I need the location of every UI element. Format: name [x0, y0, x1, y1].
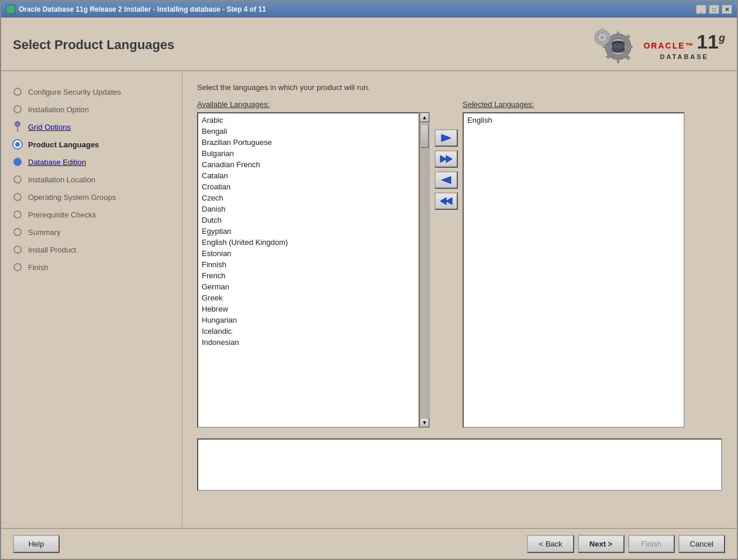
language-item[interactable]: Estonian — [199, 248, 417, 259]
svg-marker-24 — [442, 134, 451, 141]
add-all-icon — [439, 154, 453, 164]
language-item[interactable]: English (United Kingdom) — [199, 237, 417, 248]
oracle-logo: ORACLE™ 11g DATABASE — [592, 25, 725, 65]
language-item[interactable]: Arabic — [199, 115, 417, 126]
sidebar-item-os-groups[interactable]: Operating System Groups — [7, 188, 176, 206]
language-item[interactable]: Dutch — [199, 215, 417, 226]
instruction-text: Select the languages in which your produ… — [197, 83, 722, 92]
help-text-area — [197, 438, 722, 491]
close-button[interactable]: ✕ — [722, 5, 732, 14]
window-title: Oracle Database 11g Release 2 Installer … — [19, 5, 266, 13]
sidebar: Configure Security Updates Installation … — [1, 71, 182, 528]
available-languages-list[interactable]: ArabicBengaliBrazilian PortugueseBulgari… — [197, 112, 419, 428]
language-item[interactable]: Bengali — [199, 126, 417, 137]
available-list-wrapper: ArabicBengaliBrazilian PortugueseBulgari… — [197, 112, 430, 428]
svg-marker-26 — [446, 155, 452, 163]
language-item[interactable]: German — [199, 281, 417, 292]
language-item[interactable]: Czech — [199, 192, 417, 203]
language-item[interactable]: Finnish — [199, 259, 417, 270]
language-item[interactable]: Greek — [199, 292, 417, 303]
selected-languages-list[interactable]: English — [463, 112, 685, 428]
main-window: Oracle Database 11g Release 2 Installer … — [0, 0, 738, 560]
available-languages-section: Available Languages: ArabicBengaliBrazil… — [197, 100, 430, 428]
oracle-branding: ORACLE™ 11g DATABASE — [643, 30, 725, 60]
minimize-button[interactable]: _ — [696, 5, 706, 14]
sidebar-item-install-product[interactable]: Install Product — [7, 241, 176, 258]
scroll-down-arrow[interactable]: ▼ — [420, 418, 429, 427]
svg-rect-19 — [601, 43, 603, 47]
add-one-icon — [440, 133, 452, 143]
language-item[interactable]: Hungarian — [199, 314, 417, 326]
languages-container: Available Languages: ArabicBengaliBrazil… — [197, 100, 722, 428]
scroll-thumb[interactable] — [420, 125, 429, 148]
language-item[interactable]: Croatian — [199, 181, 417, 192]
content-area: Select the languages in which your produ… — [182, 71, 737, 528]
svg-point-14 — [612, 44, 625, 49]
remove-one-button[interactable] — [434, 171, 458, 189]
scroll-up-arrow[interactable]: ▲ — [420, 113, 429, 122]
maximize-button[interactable]: □ — [709, 5, 719, 14]
sidebar-item-finish[interactable]: Finish — [7, 258, 176, 276]
sidebar-item-prerequisite-checks[interactable]: Prerequisite Checks — [7, 206, 176, 223]
svg-rect-18 — [601, 28, 603, 32]
language-item[interactable]: French — [199, 270, 417, 281]
transfer-buttons — [434, 100, 458, 210]
svg-point-23 — [15, 142, 20, 147]
bottom-bar: Help < Back Next > Finish Cancel — [1, 528, 737, 559]
language-item[interactable]: Icelandic — [199, 326, 417, 337]
language-item[interactable]: Catalan — [199, 170, 417, 181]
selected-language-item[interactable]: English — [465, 115, 682, 126]
sidebar-item-installation-option[interactable]: Installation Option — [7, 101, 176, 118]
svg-point-17 — [601, 36, 604, 39]
oracle-version-text: 11g — [696, 30, 725, 53]
language-item[interactable]: Bulgarian — [199, 148, 417, 159]
window-icon — [6, 5, 15, 14]
active-step-icon — [12, 139, 23, 150]
available-list-scrollbar[interactable]: ▲ ▼ — [419, 112, 430, 428]
window-controls: _ □ ✕ — [696, 5, 732, 14]
add-one-button[interactable] — [434, 129, 458, 147]
main-content: Configure Security Updates Installation … — [1, 71, 737, 528]
selected-languages-section: Selected Languages: English — [463, 100, 685, 428]
sidebar-item-database-edition[interactable]: Database Edition — [7, 153, 176, 171]
svg-marker-25 — [440, 155, 446, 163]
svg-rect-3 — [617, 32, 619, 36]
language-item[interactable]: Brazilian Portuguese — [199, 137, 417, 148]
remove-one-icon — [440, 175, 452, 185]
sidebar-item-configure-security[interactable]: Configure Security Updates — [7, 83, 176, 101]
header: Select Product Languages — [1, 18, 737, 71]
nav-buttons: < Back Next > Finish Cancel — [527, 535, 725, 553]
language-item[interactable]: Egyptian — [199, 226, 417, 237]
svg-marker-29 — [440, 198, 446, 205]
sidebar-item-product-languages: Product Languages — [7, 136, 176, 153]
page-title: Select Product Languages — [13, 37, 174, 53]
remove-all-icon — [439, 196, 453, 206]
language-item[interactable]: Indonesian — [199, 337, 417, 348]
svg-rect-6 — [628, 46, 633, 48]
oracle-brand-text: ORACLE™ — [643, 41, 694, 50]
selected-languages-label: Selected Languages: — [463, 100, 685, 109]
sidebar-item-grid-options[interactable]: Grid Options — [7, 118, 176, 136]
svg-rect-21 — [607, 36, 611, 39]
cancel-button[interactable]: Cancel — [678, 535, 725, 553]
svg-rect-20 — [595, 36, 598, 39]
oracle-gears-icon — [592, 25, 639, 65]
language-item[interactable]: Hebrew — [199, 303, 417, 314]
back-button[interactable]: < Back — [527, 535, 574, 553]
add-all-button[interactable] — [434, 150, 458, 168]
language-item[interactable]: Canadian French — [199, 159, 417, 170]
oracle-database-label: DATABASE — [643, 53, 725, 60]
available-languages-label: Available Languages: — [197, 100, 430, 109]
sidebar-item-installation-location[interactable]: Installation Location — [7, 171, 176, 188]
svg-marker-28 — [446, 198, 452, 205]
next-button[interactable]: Next > — [578, 535, 625, 553]
scroll-track — [420, 122, 429, 418]
title-bar: Oracle Database 11g Release 2 Installer … — [1, 1, 737, 18]
svg-rect-4 — [617, 58, 619, 63]
finish-button[interactable]: Finish — [628, 535, 675, 553]
svg-marker-27 — [442, 177, 451, 184]
remove-all-button[interactable] — [434, 192, 458, 210]
help-button[interactable]: Help — [13, 535, 60, 553]
sidebar-item-summary[interactable]: Summary — [7, 223, 176, 241]
language-item[interactable]: Danish — [199, 203, 417, 215]
